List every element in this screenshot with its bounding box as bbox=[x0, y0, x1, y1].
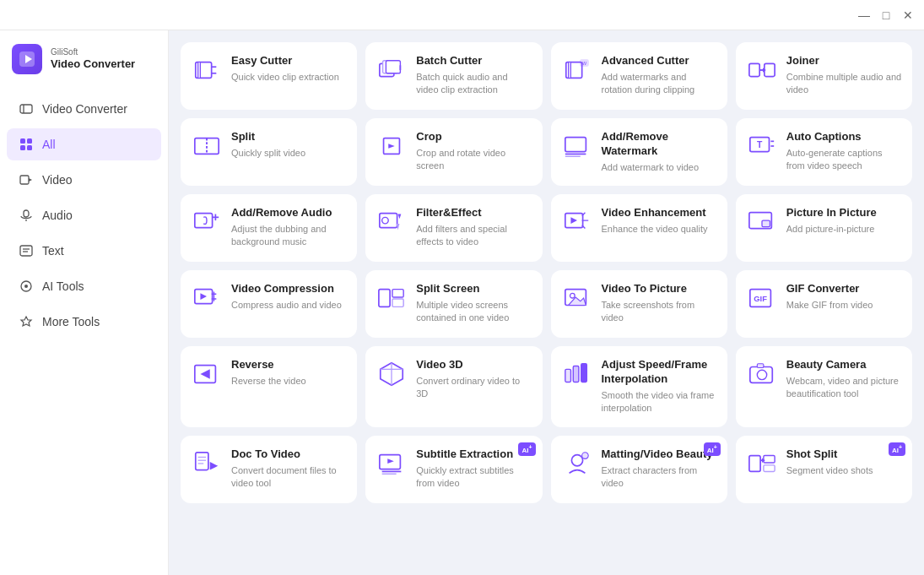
logo-text: GiliSoft Video Converter bbox=[51, 47, 135, 71]
ai-tools-icon bbox=[19, 279, 34, 294]
svg-point-85 bbox=[571, 454, 582, 465]
svg-point-74 bbox=[757, 370, 766, 379]
svg-point-86 bbox=[581, 453, 588, 459]
sidebar-item-text[interactable]: Text bbox=[7, 235, 161, 267]
svg-rect-6 bbox=[20, 145, 25, 150]
auto-captions-desc: Auto-generate captions from video speech bbox=[786, 147, 902, 173]
video-icon bbox=[19, 172, 34, 187]
tool-card-gif-converter[interactable]: GIFGIF ConverterMake GIF from video bbox=[736, 270, 912, 338]
tool-card-matting-video-beauty[interactable]: Matting/Video BeautyExtract characters f… bbox=[551, 436, 727, 503]
shot-split-ai-badge: AI+ bbox=[889, 442, 905, 456]
svg-marker-36 bbox=[388, 144, 395, 149]
joiner-name: Joiner bbox=[786, 54, 902, 68]
svg-rect-18 bbox=[198, 62, 201, 79]
svg-rect-26 bbox=[568, 62, 570, 79]
sidebar-item-audio[interactable]: Audio bbox=[7, 199, 161, 231]
shot-split-desc: Segment video shots bbox=[786, 464, 902, 477]
auto-captions-name: Auto Captions bbox=[786, 130, 902, 144]
tool-card-adjust-speed[interactable]: Adjust Speed/Frame InterpolationSmooth t… bbox=[551, 346, 727, 427]
svg-rect-5 bbox=[27, 138, 32, 144]
tool-card-easy-cutter[interactable]: Easy CutterQuick video clip extraction bbox=[181, 42, 357, 110]
logo-area: GiliSoft Video Converter bbox=[0, 30, 168, 88]
minimize-button[interactable]: — bbox=[858, 9, 870, 21]
reverse-name: Reverse bbox=[231, 358, 347, 372]
tool-card-video-3d[interactable]: Video 3DConvert ordinary video to 3D bbox=[365, 346, 542, 427]
tool-card-reverse[interactable]: ReverseReverse the video bbox=[181, 346, 357, 427]
sidebar-label-video-converter: Video Converter bbox=[42, 102, 127, 116]
tool-card-picture-in-picture[interactable]: Picture In PictureAdd picture-in-picture bbox=[736, 194, 912, 262]
svg-marker-80 bbox=[210, 462, 218, 469]
video-enhancement-icon bbox=[561, 206, 593, 238]
subtitle-extraction-name: Subtitle Extraction bbox=[416, 448, 532, 462]
tool-card-batch-cutter[interactable]: Batch CutterBatch quick audio and video … bbox=[365, 42, 542, 110]
reverse-info: ReverseReverse the video bbox=[231, 358, 347, 388]
video-enhancement-name: Video Enhancement bbox=[602, 206, 717, 220]
tool-card-doc-to-video[interactable]: Doc To VideoConvert document files to vi… bbox=[181, 436, 357, 503]
reverse-icon bbox=[191, 358, 223, 390]
tool-card-subtitle-extraction[interactable]: Subtitle ExtractionQuickly extract subti… bbox=[365, 436, 542, 503]
crop-desc: Crop and rotate video screen bbox=[416, 147, 532, 173]
video-to-picture-name: Video To Picture bbox=[602, 282, 717, 296]
joiner-icon bbox=[746, 54, 778, 86]
matting-video-beauty-info: Matting/Video BeautyExtract characters f… bbox=[602, 448, 717, 491]
crop-name: Crop bbox=[416, 130, 532, 144]
svg-rect-10 bbox=[24, 210, 29, 217]
video-compression-icon bbox=[191, 282, 223, 314]
tool-card-beauty-camera[interactable]: Beauty CameraWebcam, video and picture b… bbox=[736, 346, 912, 427]
gif-converter-icon: GIF bbox=[746, 282, 778, 314]
svg-text:W: W bbox=[581, 61, 586, 66]
video-3d-desc: Convert ordinary video to 3D bbox=[416, 375, 532, 401]
split-desc: Quickly split video bbox=[231, 147, 347, 160]
sidebar-nav: Video Converter All bbox=[0, 88, 168, 343]
video-converter-icon bbox=[19, 101, 34, 117]
batch-cutter-info: Batch CutterBatch quick audio and video … bbox=[416, 54, 532, 97]
tool-card-filter-effect[interactable]: Filter&EffectAdd filters and special eff… bbox=[365, 194, 542, 262]
svg-rect-59 bbox=[392, 299, 403, 306]
maximize-button[interactable]: □ bbox=[880, 9, 892, 21]
tool-card-video-enhancement[interactable]: Video EnhancementEnhance the video quali… bbox=[551, 194, 727, 262]
svg-rect-88 bbox=[764, 455, 775, 463]
sidebar-item-video[interactable]: Video bbox=[7, 164, 161, 196]
tool-card-split-screen[interactable]: Split ScreenMultiple video screens conta… bbox=[365, 270, 542, 338]
tool-card-shot-split[interactable]: Shot SplitSegment video shotsAI+ bbox=[736, 436, 912, 503]
easy-cutter-info: Easy CutterQuick video clip extraction bbox=[231, 54, 347, 84]
tool-card-video-compression[interactable]: Video CompressionCompress audio and vide… bbox=[181, 270, 357, 338]
sidebar-item-video-converter[interactable]: Video Converter bbox=[7, 93, 161, 125]
matting-video-beauty-ai-badge: AI+ bbox=[704, 442, 721, 456]
tool-card-add-remove-watermark[interactable]: Add/Remove WatermarkAdd watermark to vid… bbox=[551, 118, 727, 186]
svg-text:T: T bbox=[757, 140, 763, 149]
tool-card-add-remove-audio[interactable]: Add/Remove AudioAdjust the dubbing and b… bbox=[181, 194, 357, 262]
tool-card-split[interactable]: SplitQuickly split video bbox=[181, 118, 357, 186]
sidebar-item-ai-tools[interactable]: AI Tools bbox=[7, 270, 161, 302]
auto-captions-icon: T bbox=[746, 130, 778, 162]
shot-split-info: Shot SplitSegment video shots bbox=[786, 448, 902, 477]
add-remove-watermark-name: Add/Remove Watermark bbox=[602, 130, 717, 159]
brand-name: GiliSoft bbox=[51, 47, 135, 57]
tool-card-joiner[interactable]: JoinerCombine multiple audio and video bbox=[736, 42, 912, 110]
sidebar-item-more-tools[interactable]: More Tools bbox=[7, 306, 161, 338]
tools-grid: Easy CutterQuick video clip extractionBa… bbox=[181, 42, 912, 503]
joiner-info: JoinerCombine multiple audio and video bbox=[786, 54, 902, 97]
tool-card-advanced-cutter[interactable]: WAdvanced CutterAdd watermarks and rotat… bbox=[551, 42, 727, 110]
svg-marker-84 bbox=[388, 458, 395, 464]
picture-in-picture-info: Picture In PictureAdd picture-in-picture bbox=[786, 206, 902, 236]
close-button[interactable]: ✕ bbox=[902, 9, 914, 21]
svg-point-16 bbox=[24, 285, 28, 288]
subtitle-extraction-ai-badge: AI+ bbox=[518, 442, 535, 456]
split-icon bbox=[191, 130, 223, 162]
tool-card-auto-captions[interactable]: TAuto CaptionsAuto-generate captions fro… bbox=[736, 118, 912, 186]
sidebar-item-all[interactable]: All bbox=[7, 128, 161, 160]
beauty-camera-icon bbox=[746, 358, 778, 390]
adjust-speed-icon bbox=[561, 358, 593, 390]
joiner-desc: Combine multiple audio and video bbox=[786, 71, 902, 97]
svg-rect-75 bbox=[757, 364, 764, 368]
filter-effect-name: Filter&Effect bbox=[416, 206, 532, 220]
svg-rect-37 bbox=[565, 138, 586, 152]
svg-text:GIF: GIF bbox=[754, 294, 767, 303]
tool-card-video-to-picture[interactable]: Video To PictureTake screenshots from vi… bbox=[551, 270, 727, 338]
sidebar-label-text: Text bbox=[42, 244, 64, 258]
svg-rect-58 bbox=[392, 290, 403, 297]
easy-cutter-desc: Quick video clip extraction bbox=[231, 71, 347, 84]
tool-card-crop[interactable]: CropCrop and rotate video screen bbox=[365, 118, 542, 186]
svg-marker-62 bbox=[568, 297, 586, 305]
